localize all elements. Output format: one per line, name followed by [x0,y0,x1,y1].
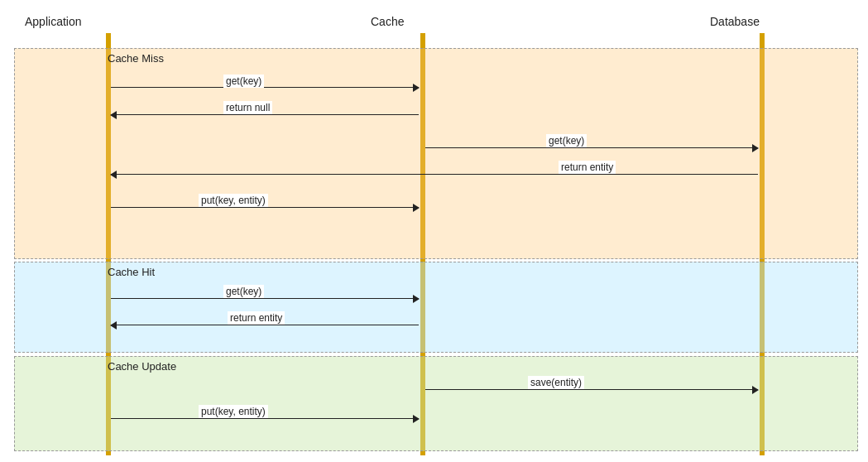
label-get-key-2: get(key) [546,134,587,147]
section-label-cache-hit: Cache Hit [108,266,155,278]
sequence-diagram: Application Cache Database Cache Miss Ca… [0,0,868,462]
label-return-null: return null [223,101,272,114]
lifeline-label-application: Application [25,15,82,28]
label-put-key-entity-1: put(key, entity) [199,194,268,207]
section-label-cache-update: Cache Update [108,360,176,373]
label-save-entity: save(entity) [528,376,584,389]
arrow-get-key-3 [111,298,419,299]
arrow-return-null [111,114,419,115]
arrow-return-entity-2 [111,325,419,325]
label-get-key-1: get(key) [223,75,264,88]
label-get-key-3: get(key) [223,285,264,298]
section-label-cache-miss: Cache Miss [108,52,164,65]
arrow-save-entity [425,389,758,390]
arrow-get-key-2 [425,147,758,148]
lifeline-label-database: Database [710,15,760,28]
arrow-put-key-entity-1 [111,207,419,208]
section-cache-miss [14,48,858,259]
label-put-key-entity-2: put(key, entity) [199,405,268,418]
label-return-entity-2: return entity [228,311,285,325]
label-return-entity-1: return entity [559,161,616,174]
arrow-put-key-entity-2 [111,418,419,419]
arrow-get-key-1 [111,87,419,88]
lifeline-label-cache: Cache [371,15,404,28]
arrow-return-entity-1 [111,174,758,175]
